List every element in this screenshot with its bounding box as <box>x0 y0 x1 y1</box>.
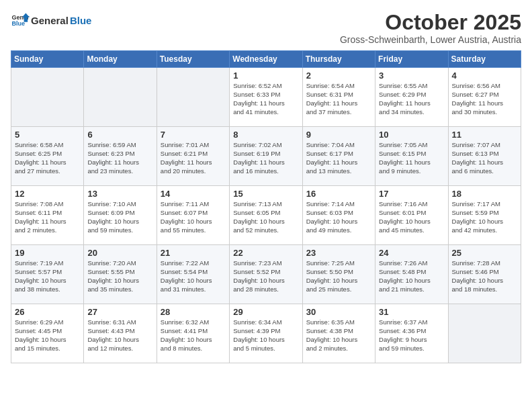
cell-details: Sunrise: 7:26 AM Sunset: 5:48 PM Dayligh… <box>379 259 444 293</box>
day-number: 16 <box>306 189 371 199</box>
day-number: 27 <box>87 307 152 317</box>
cell-details: Sunrise: 7:25 AM Sunset: 5:50 PM Dayligh… <box>306 259 371 293</box>
week-row-5: 26Sunrise: 6:29 AM Sunset: 4:45 PM Dayli… <box>11 304 521 363</box>
cell-details: Sunrise: 7:10 AM Sunset: 6:09 PM Dayligh… <box>87 200 152 234</box>
calendar-cell: 22Sunrise: 7:23 AM Sunset: 5:52 PM Dayli… <box>230 245 302 304</box>
cell-details: Sunrise: 6:58 AM Sunset: 6:25 PM Dayligh… <box>15 141 80 175</box>
day-number: 25 <box>452 248 517 258</box>
calendar-cell: 4Sunrise: 6:56 AM Sunset: 6:27 PM Daylig… <box>448 68 521 127</box>
calendar-cell: 30Sunrise: 6:35 AM Sunset: 4:38 PM Dayli… <box>302 304 375 363</box>
day-number: 14 <box>161 189 226 199</box>
cell-details: Sunrise: 6:35 AM Sunset: 4:38 PM Dayligh… <box>306 318 371 353</box>
cell-details: Sunrise: 7:20 AM Sunset: 5:55 PM Dayligh… <box>87 259 152 293</box>
calendar-cell: 16Sunrise: 7:14 AM Sunset: 6:03 PM Dayli… <box>302 186 375 245</box>
cell-details: Sunrise: 7:17 AM Sunset: 5:59 PM Dayligh… <box>452 200 517 234</box>
calendar-cell: 24Sunrise: 7:26 AM Sunset: 5:48 PM Dayli… <box>375 245 448 304</box>
calendar-cell <box>11 68 84 127</box>
weekday-header-wednesday: Wednesday <box>230 51 302 68</box>
week-row-3: 12Sunrise: 7:08 AM Sunset: 6:11 PM Dayli… <box>11 186 521 245</box>
day-number: 24 <box>379 248 444 258</box>
calendar-cell: 20Sunrise: 7:20 AM Sunset: 5:55 PM Dayli… <box>84 245 157 304</box>
calendar-table: SundayMondayTuesdayWednesdayThursdayFrid… <box>11 50 521 363</box>
calendar-cell: 17Sunrise: 7:16 AM Sunset: 6:01 PM Dayli… <box>375 186 448 245</box>
calendar-cell: 13Sunrise: 7:10 AM Sunset: 6:09 PM Dayli… <box>84 186 157 245</box>
day-number: 13 <box>87 189 152 199</box>
page-header: General Blue General Blue October 2025 G… <box>11 11 521 45</box>
calendar-cell: 23Sunrise: 7:25 AM Sunset: 5:50 PM Dayli… <box>302 245 375 304</box>
cell-details: Sunrise: 7:19 AM Sunset: 5:57 PM Dayligh… <box>15 259 80 293</box>
day-number: 3 <box>379 71 444 81</box>
cell-details: Sunrise: 7:11 AM Sunset: 6:07 PM Dayligh… <box>161 200 226 234</box>
calendar-cell: 26Sunrise: 6:29 AM Sunset: 4:45 PM Dayli… <box>11 304 84 363</box>
calendar-cell: 7Sunrise: 7:01 AM Sunset: 6:21 PM Daylig… <box>157 127 229 186</box>
weekday-header-monday: Monday <box>84 51 157 68</box>
calendar-cell <box>157 68 229 127</box>
cell-details: Sunrise: 6:32 AM Sunset: 4:41 PM Dayligh… <box>161 318 226 353</box>
cell-details: Sunrise: 6:37 AM Sunset: 4:36 PM Dayligh… <box>379 318 444 353</box>
month-title: October 2025 <box>340 11 521 34</box>
cell-details: Sunrise: 7:08 AM Sunset: 6:11 PM Dayligh… <box>15 200 80 234</box>
weekday-header-friday: Friday <box>375 51 448 68</box>
weekday-header-sunday: Sunday <box>11 51 84 68</box>
cell-details: Sunrise: 6:29 AM Sunset: 4:45 PM Dayligh… <box>15 318 80 353</box>
calendar-cell: 10Sunrise: 7:05 AM Sunset: 6:15 PM Dayli… <box>375 127 448 186</box>
calendar-cell: 21Sunrise: 7:22 AM Sunset: 5:54 PM Dayli… <box>157 245 229 304</box>
week-row-1: 1Sunrise: 6:52 AM Sunset: 6:33 PM Daylig… <box>11 68 521 127</box>
day-number: 18 <box>452 189 517 199</box>
logo: General Blue General Blue <box>11 11 91 30</box>
cell-details: Sunrise: 7:02 AM Sunset: 6:19 PM Dayligh… <box>233 141 298 175</box>
day-number: 12 <box>15 189 80 199</box>
cell-details: Sunrise: 7:16 AM Sunset: 6:01 PM Dayligh… <box>379 200 444 234</box>
cell-details: Sunrise: 7:05 AM Sunset: 6:15 PM Dayligh… <box>379 141 444 175</box>
day-number: 30 <box>306 307 371 317</box>
day-number: 9 <box>306 130 371 140</box>
calendar-cell: 1Sunrise: 6:52 AM Sunset: 6:33 PM Daylig… <box>230 68 302 127</box>
calendar-cell: 8Sunrise: 7:02 AM Sunset: 6:19 PM Daylig… <box>230 127 302 186</box>
cell-details: Sunrise: 6:52 AM Sunset: 6:33 PM Dayligh… <box>233 82 298 116</box>
calendar-cell: 12Sunrise: 7:08 AM Sunset: 6:11 PM Dayli… <box>11 186 84 245</box>
cell-details: Sunrise: 6:54 AM Sunset: 6:31 PM Dayligh… <box>306 82 371 116</box>
week-row-2: 5Sunrise: 6:58 AM Sunset: 6:25 PM Daylig… <box>11 127 521 186</box>
calendar-cell: 9Sunrise: 7:04 AM Sunset: 6:17 PM Daylig… <box>302 127 375 186</box>
logo-general: General <box>31 15 69 26</box>
calendar-cell: 28Sunrise: 6:32 AM Sunset: 4:41 PM Dayli… <box>157 304 229 363</box>
day-number: 23 <box>306 248 371 258</box>
day-number: 2 <box>306 71 371 81</box>
day-number: 5 <box>15 130 80 140</box>
calendar-cell: 15Sunrise: 7:13 AM Sunset: 6:05 PM Dayli… <box>230 186 302 245</box>
calendar-cell: 25Sunrise: 7:28 AM Sunset: 5:46 PM Dayli… <box>448 245 521 304</box>
calendar-cell: 18Sunrise: 7:17 AM Sunset: 5:59 PM Dayli… <box>448 186 521 245</box>
cell-details: Sunrise: 7:07 AM Sunset: 6:13 PM Dayligh… <box>452 141 517 175</box>
day-number: 20 <box>87 248 152 258</box>
week-row-4: 19Sunrise: 7:19 AM Sunset: 5:57 PM Dayli… <box>11 245 521 304</box>
cell-details: Sunrise: 7:22 AM Sunset: 5:54 PM Dayligh… <box>161 259 226 293</box>
cell-details: Sunrise: 6:59 AM Sunset: 6:23 PM Dayligh… <box>87 141 152 175</box>
calendar-cell: 31Sunrise: 6:37 AM Sunset: 4:36 PM Dayli… <box>375 304 448 363</box>
day-number: 7 <box>161 130 226 140</box>
day-number: 8 <box>233 130 298 140</box>
calendar-cell: 27Sunrise: 6:31 AM Sunset: 4:43 PM Dayli… <box>84 304 157 363</box>
cell-details: Sunrise: 7:13 AM Sunset: 6:05 PM Dayligh… <box>233 200 298 234</box>
cell-details: Sunrise: 6:55 AM Sunset: 6:29 PM Dayligh… <box>379 82 444 116</box>
cell-details: Sunrise: 6:31 AM Sunset: 4:43 PM Dayligh… <box>87 318 152 353</box>
day-number: 4 <box>452 71 517 81</box>
cell-details: Sunrise: 7:01 AM Sunset: 6:21 PM Dayligh… <box>161 141 226 175</box>
cell-details: Sunrise: 6:56 AM Sunset: 6:27 PM Dayligh… <box>452 82 517 116</box>
title-block: October 2025 Gross-Schweinbarth, Lower A… <box>340 11 521 45</box>
day-number: 22 <box>233 248 298 258</box>
cell-details: Sunrise: 7:28 AM Sunset: 5:46 PM Dayligh… <box>452 259 517 293</box>
cell-details: Sunrise: 7:04 AM Sunset: 6:17 PM Dayligh… <box>306 141 371 175</box>
location-subtitle: Gross-Schweinbarth, Lower Austria, Austr… <box>340 34 521 45</box>
calendar-cell: 2Sunrise: 6:54 AM Sunset: 6:31 PM Daylig… <box>302 68 375 127</box>
day-number: 19 <box>15 248 80 258</box>
calendar-cell: 14Sunrise: 7:11 AM Sunset: 6:07 PM Dayli… <box>157 186 229 245</box>
day-number: 10 <box>379 130 444 140</box>
calendar-cell: 6Sunrise: 6:59 AM Sunset: 6:23 PM Daylig… <box>84 127 157 186</box>
day-number: 11 <box>452 130 517 140</box>
logo-icon: General Blue <box>11 11 30 30</box>
day-number: 1 <box>233 71 298 81</box>
weekday-header-tuesday: Tuesday <box>157 51 229 68</box>
svg-text:Blue: Blue <box>11 20 25 27</box>
day-number: 31 <box>379 307 444 317</box>
day-number: 6 <box>87 130 152 140</box>
